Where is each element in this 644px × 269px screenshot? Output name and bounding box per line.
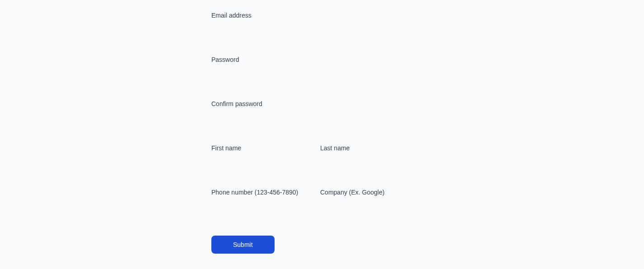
first-name-field[interactable] xyxy=(211,156,309,174)
company-group: Company (Ex. Google) xyxy=(320,188,418,218)
phone-label: Phone number (123-456-7890) xyxy=(211,188,309,197)
company-field[interactable] xyxy=(320,200,418,218)
signup-form: Email address Password Confirm password … xyxy=(211,0,418,254)
phone-field[interactable] xyxy=(211,200,309,218)
email-group: Email address xyxy=(211,11,418,42)
password-group: Password xyxy=(211,55,418,86)
email-label: Email address xyxy=(211,11,418,20)
confirm-password-field[interactable] xyxy=(211,112,418,130)
last-name-label: Last name xyxy=(320,144,418,153)
phone-group: Phone number (123-456-7890) xyxy=(211,188,309,218)
name-row: First name Last name xyxy=(211,144,418,174)
contact-row: Phone number (123-456-7890) Company (Ex.… xyxy=(211,188,418,218)
confirm-password-group: Confirm password xyxy=(211,99,418,130)
first-name-group: First name xyxy=(211,144,309,174)
company-label: Company (Ex. Google) xyxy=(320,188,418,197)
password-field[interactable] xyxy=(211,68,418,86)
submit-button[interactable]: Submit xyxy=(211,236,275,254)
last-name-group: Last name xyxy=(320,144,418,174)
password-label: Password xyxy=(211,55,418,64)
confirm-password-label: Confirm password xyxy=(211,99,418,108)
last-name-field[interactable] xyxy=(320,156,418,174)
first-name-label: First name xyxy=(211,144,309,153)
email-field[interactable] xyxy=(211,23,418,42)
